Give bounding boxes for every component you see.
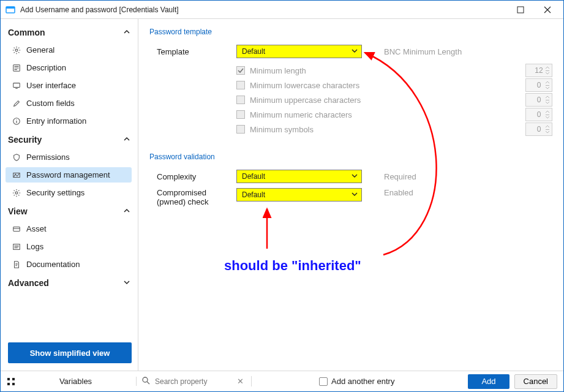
maximize-button[interactable] <box>507 1 534 18</box>
stepper-min-symbols[interactable]: 0 <box>525 123 552 136</box>
stepper-value: 12 <box>535 66 543 75</box>
section-label: Advanced <box>8 278 49 288</box>
sidebar-item-label: Entry information <box>26 116 86 126</box>
add-another-entry-checkbox[interactable]: Add another entry <box>319 377 394 386</box>
complexity-dropdown[interactable]: Default <box>236 170 362 183</box>
chevron-down-icon <box>545 115 550 120</box>
section-advanced[interactable]: Advanced <box>6 273 138 292</box>
chevron-down-icon <box>545 86 550 91</box>
sidebar-item-custom-fields[interactable]: Custom fields <box>6 96 132 111</box>
footer: Variables ✕ Add another entry Add Cancel <box>1 371 563 391</box>
stepper-value: 0 <box>537 96 541 104</box>
sidebar-item-label: Custom fields <box>26 99 75 108</box>
info-icon <box>12 117 21 126</box>
template-row: Template Default BNC Minimum Length <box>149 45 552 58</box>
sidebar-item-security-settings[interactable]: Security settings <box>6 185 132 200</box>
cancel-button[interactable]: Cancel <box>514 374 557 389</box>
complexity-suffix: Required <box>384 172 416 181</box>
check-label: Minimum lowercase characters <box>250 81 513 90</box>
dropdown-value: Default <box>242 190 265 199</box>
chevron-up-icon <box>545 109 550 114</box>
sidebar-item-entry-information[interactable]: Entry information <box>6 113 132 129</box>
zigzag-icon <box>12 171 21 179</box>
close-button[interactable] <box>534 1 561 18</box>
checkbox[interactable] <box>236 125 245 134</box>
pwned-dropdown[interactable]: Default <box>236 188 362 202</box>
check-label: Minimum symbols <box>250 125 513 134</box>
check-min-length: Minimum length 12 <box>236 63 552 78</box>
password-template-checks: Minimum length 12 Minimum lowercase char… <box>236 63 552 137</box>
annotation-text: should be "inherited" <box>224 258 361 274</box>
svg-rect-14 <box>7 383 10 385</box>
chevron-up-icon <box>545 65 550 70</box>
chevron-up-icon <box>123 28 130 37</box>
check-label: Minimum length <box>250 66 513 75</box>
sidebar-item-general[interactable]: General <box>6 42 132 58</box>
sidebar-item-label: Permissions <box>26 153 70 162</box>
pwned-suffix: Enabled <box>384 188 413 197</box>
search-property-input[interactable] <box>154 377 233 386</box>
stepper-min-numeric[interactable]: 0 <box>525 108 552 121</box>
chevron-down-icon <box>545 130 550 135</box>
check-label: Minimum numeric characters <box>250 110 513 119</box>
sidebar-item-asset[interactable]: Asset <box>6 221 132 236</box>
variables-label[interactable]: Variables <box>20 377 137 386</box>
svg-point-3 <box>15 49 18 51</box>
sidebar-item-description[interactable]: Description <box>6 60 132 75</box>
chevron-up-icon <box>123 206 130 216</box>
sidebar-item-logs[interactable]: Logs <box>6 239 132 254</box>
sidebar-item-label: Description <box>26 63 66 72</box>
template-dropdown[interactable]: Default <box>236 45 362 58</box>
sidebar-item-label: Asset <box>26 224 47 233</box>
complexity-row: Complexity Default Required <box>149 170 552 183</box>
dropdown-value: Default <box>242 172 265 181</box>
app-icon <box>6 5 15 15</box>
check-min-numeric: Minimum numeric characters 0 <box>236 107 552 122</box>
clear-search-icon[interactable]: ✕ <box>237 377 244 386</box>
chevron-down-icon <box>352 190 358 199</box>
chevron-up-icon <box>123 135 130 145</box>
section-common[interactable]: Common <box>6 23 138 41</box>
svg-rect-15 <box>12 383 15 385</box>
sidebar: Common General Description User interfac… <box>1 19 138 371</box>
dialog-window: Add Username and password [Credentials V… <box>0 0 564 392</box>
window-buttons <box>507 1 561 18</box>
template-suffix: BNC Minimum Length <box>384 47 462 56</box>
section-security[interactable]: Security <box>6 130 138 148</box>
search-property-wrap: ✕ <box>141 376 252 386</box>
gear-icon <box>12 189 21 197</box>
group-title-password-validation: Password validation <box>149 153 552 161</box>
dropdown-value: Default <box>242 47 265 56</box>
checkbox[interactable] <box>236 110 245 119</box>
sidebar-item-documentation[interactable]: Documentation <box>6 257 132 272</box>
svg-rect-9 <box>13 227 20 231</box>
stepper-value: 0 <box>537 125 541 134</box>
checkbox[interactable] <box>236 81 245 89</box>
sidebar-item-label: Documentation <box>26 260 80 269</box>
show-simplified-view-button[interactable]: Show simplified view <box>8 342 132 363</box>
svg-rect-2 <box>517 7 524 13</box>
stepper-min-length[interactable]: 12 <box>525 64 552 77</box>
section-view[interactable]: View <box>6 202 138 220</box>
add-button[interactable]: Add <box>468 374 509 389</box>
sidebar-item-label: User interface <box>26 81 76 90</box>
section-label: Security <box>8 135 42 145</box>
sidebar-item-permissions[interactable]: Permissions <box>6 149 132 165</box>
svg-rect-5 <box>13 83 20 87</box>
sidebar-item-user-interface[interactable]: User interface <box>6 78 132 93</box>
sidebar-item-label: Security settings <box>26 188 85 197</box>
sidebar-item-label: Password management <box>26 170 110 179</box>
stepper-value: 0 <box>537 110 541 119</box>
svg-rect-1 <box>6 7 15 9</box>
chevron-down-icon <box>545 100 550 105</box>
stepper-min-lowercase[interactable]: 0 <box>525 78 552 92</box>
sidebar-item-password-management[interactable]: Password management <box>6 167 132 183</box>
checkbox[interactable] <box>236 66 245 75</box>
stepper-min-uppercase[interactable]: 0 <box>525 93 552 107</box>
checkbox[interactable] <box>236 96 245 104</box>
chevron-up-icon <box>545 80 550 85</box>
grid-icon[interactable] <box>4 375 18 388</box>
check-min-uppercase: Minimum uppercase characters 0 <box>236 92 552 107</box>
check-label: Minimum uppercase characters <box>250 96 513 105</box>
group-title-password-template: Password template <box>149 28 552 36</box>
